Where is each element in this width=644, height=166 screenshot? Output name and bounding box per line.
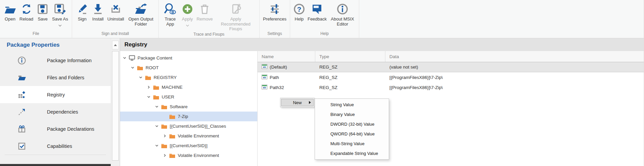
sidebar-item-files-and-folders[interactable]: Files and Folders <box>0 69 111 86</box>
ribbon-toolbar: Open Reload Save <box>0 0 644 38</box>
apply-button[interactable]: Apply <box>180 2 195 28</box>
column-header-data[interactable]: Data <box>385 51 644 62</box>
install-button[interactable]: Install <box>91 2 105 22</box>
chevron-right-icon[interactable] <box>163 153 169 158</box>
apply-recommended-fixups-button[interactable]: Apply Recommended Fixups <box>215 2 257 32</box>
save-icon <box>36 2 49 16</box>
scrollbar-up-arrow-icon[interactable] <box>112 41 119 49</box>
sidebar-item-package-declarations[interactable]: Package Declarations <box>0 120 111 137</box>
svg-text:ab: ab <box>263 76 266 79</box>
sidebar-item-capabilities[interactable]: Capabilities <box>0 137 111 155</box>
open-output-folder-button[interactable]: Open Output Folder <box>126 2 155 27</box>
tree-row-machine[interactable]: MACHINE <box>120 82 257 92</box>
tree-label: Software <box>170 104 187 109</box>
ribbon-group-help: ? Help Feedback About MSIX Editor <box>290 0 359 38</box>
save-as-dropdown-chevron-icon[interactable] <box>58 23 62 28</box>
help-question-icon: ? <box>293 2 306 16</box>
preferences-button[interactable]: Preferences <box>262 2 287 22</box>
tree-label: USER <box>162 94 174 99</box>
tree-row-volatile-environment-1[interactable]: Volatile Environment <box>120 131 257 141</box>
value-data: [{ProgramFilesX86}]\7-Zip\ <box>385 85 644 90</box>
package-properties-sidebar: Package Properties Package Information F… <box>0 38 111 166</box>
tree-row-7-zip[interactable]: 7-Zip <box>120 112 257 121</box>
context-menu: New <box>280 98 315 107</box>
sidebar-item-label: Dependencies <box>47 109 78 115</box>
submenu-item-string-value[interactable]: String Value <box>315 100 389 110</box>
tree-row-user[interactable]: USER <box>120 92 257 102</box>
chevron-down-icon[interactable] <box>155 105 161 109</box>
tree-row-package-content[interactable]: Package Content <box>120 53 257 63</box>
scrollbar-thumb[interactable] <box>112 51 119 161</box>
tree-row-currentusersid[interactable]: [{CurrentUserSID}] <box>120 141 257 151</box>
folder-icon <box>161 124 168 129</box>
ribbon-group-settings: Preferences Settings <box>260 0 290 38</box>
tree-label: [{CurrentUserSID}] <box>170 143 208 148</box>
preferences-sliders-icon <box>268 2 281 16</box>
apply-plus-icon <box>181 2 194 16</box>
apply-recommended-fixups-label: Apply Recommended Fixups <box>216 17 256 32</box>
value-type: REG_SZ <box>315 75 385 80</box>
install-arrow-icon <box>92 2 104 16</box>
save-as-button[interactable]: Save As <box>51 2 69 28</box>
about-msix-editor-button[interactable]: About MSIX Editor <box>328 2 357 27</box>
chevron-down-icon[interactable] <box>155 124 161 129</box>
context-menu-new-label: New <box>293 100 302 105</box>
string-value-icon: ab <box>262 75 267 80</box>
sidebar-scrollbar[interactable] <box>111 38 120 166</box>
open-output-folder-label: Open Output Folder <box>127 17 155 27</box>
sidebar-item-registry[interactable]: Registry <box>0 86 111 103</box>
tree-row-root[interactable]: ROOT <box>120 63 257 73</box>
chevron-down-icon[interactable] <box>155 143 161 148</box>
chevron-right-icon[interactable] <box>163 134 169 138</box>
sidebar-item-label: Package Declarations <box>47 126 94 132</box>
table-row-default[interactable]: ab (Default) REG_SZ (value not set) <box>258 62 644 72</box>
tree-row-registry[interactable]: REGISTRY <box>120 73 257 82</box>
chevron-down-icon[interactable] <box>123 56 129 60</box>
tree-label: ROOT <box>146 65 159 70</box>
chevron-down-icon[interactable] <box>139 75 145 80</box>
ribbon-empty-space <box>359 0 644 38</box>
context-submenu: String Value Binary Value DWORD (32-bit)… <box>315 98 389 160</box>
reload-button[interactable]: Reload <box>19 2 34 22</box>
table-row-path32[interactable]: ab Path32 REG_SZ [{ProgramFilesX86}]\7-Z… <box>258 82 644 92</box>
files-folders-icon <box>17 73 26 82</box>
submenu-item-expandable-string-value[interactable]: Expandable String Value <box>315 149 389 158</box>
submenu-item-multi-string-value[interactable]: Multi-String Value <box>315 139 389 149</box>
column-header-name[interactable]: Name <box>258 51 315 62</box>
value-name: (Default) <box>270 65 287 70</box>
reload-label: Reload <box>19 17 33 22</box>
tree-row-volatile-environment-2[interactable]: Volatile Environment <box>120 151 257 160</box>
help-button[interactable]: ? Help <box>292 2 306 22</box>
tree-row-software[interactable]: Software <box>120 102 257 112</box>
trace-app-label: Trace App <box>162 17 178 27</box>
monitor-icon <box>129 55 136 61</box>
sidebar-item-label: Capabilities <box>47 143 72 149</box>
chevron-right-icon[interactable] <box>147 85 153 90</box>
chevron-down-icon[interactable] <box>147 95 153 99</box>
registry-tree: Package Content ROOT REGISTRY MACHINE <box>120 51 258 166</box>
table-row-path[interactable]: ab Path REG_SZ [{ProgramFilesX86}]\7-Zip… <box>258 72 644 82</box>
apply-dropdown-chevron-icon[interactable] <box>186 23 189 28</box>
open-button[interactable]: Open <box>3 2 17 22</box>
submenu-item-qword-value[interactable]: QWORD (64-bit) Value <box>315 129 389 139</box>
value-data: [{ProgramFilesX86}]\7-Zip\ <box>385 75 644 80</box>
trace-app-button[interactable]: Trace App <box>161 2 179 27</box>
tree-label: REGISTRY <box>154 75 177 80</box>
folder-icon <box>137 65 144 71</box>
save-as-icon <box>54 2 66 16</box>
submenu-item-dword-value[interactable]: DWORD (32-bit) Value <box>315 119 389 129</box>
save-as-label: Save As <box>52 17 68 22</box>
uninstall-button[interactable]: Uninstall <box>107 2 125 22</box>
sidebar-item-dependencies[interactable]: Dependencies <box>0 103 111 120</box>
column-header-type[interactable]: Type <box>315 51 385 62</box>
tree-row-currentusersid-classes[interactable]: [{CurrentUserSID}]_Classes <box>120 121 257 131</box>
svg-text:ab: ab <box>263 66 266 69</box>
feedback-button[interactable]: Feedback <box>307 2 327 22</box>
context-menu-item-new[interactable]: New <box>281 99 314 106</box>
sign-button[interactable]: Sign <box>75 2 89 22</box>
remove-button[interactable]: Remove <box>196 2 213 22</box>
chevron-down-icon[interactable] <box>131 66 137 70</box>
submenu-item-binary-value[interactable]: Binary Value <box>315 110 389 119</box>
sidebar-item-package-information[interactable]: Package Information <box>0 52 111 69</box>
save-button[interactable]: Save <box>36 2 50 22</box>
